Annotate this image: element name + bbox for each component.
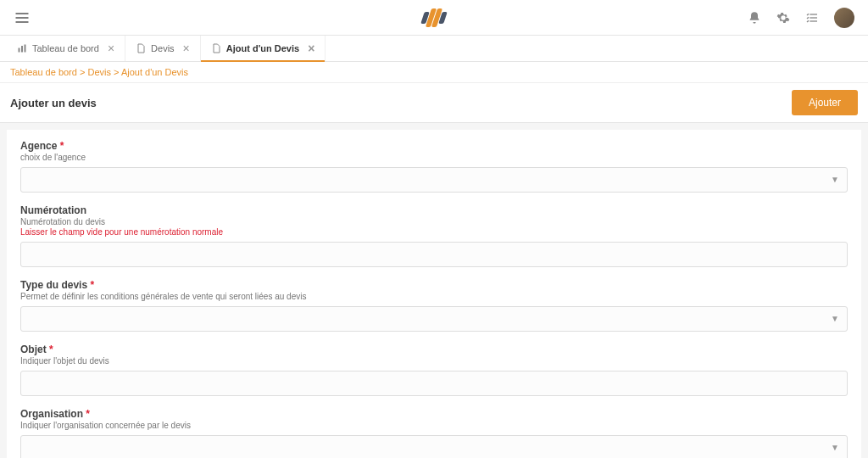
type-select[interactable] <box>20 306 848 332</box>
dashboard-icon <box>17 43 27 53</box>
close-icon[interactable]: × <box>108 42 114 54</box>
organisation-select[interactable] <box>20 435 848 458</box>
svg-rect-6 <box>19 48 20 53</box>
field-type: Type du devis * Permet de définir les co… <box>20 279 848 332</box>
page-title: Ajouter un devis <box>10 97 97 109</box>
field-numerotation: Numérotation Numérotation du devis Laiss… <box>20 204 848 267</box>
field-warn: Laisser le champ vide pour une numérotat… <box>20 227 848 237</box>
tabs-bar: Tableau de bord × Devis × Ajout d'un Dev… <box>0 36 868 62</box>
bell-icon[interactable] <box>748 11 761 25</box>
file-icon <box>136 43 146 53</box>
field-objet: Objet * Indiquer l'objet du devis <box>20 344 848 396</box>
agence-select[interactable] <box>20 167 848 193</box>
objet-input[interactable] <box>20 371 848 396</box>
field-label-text: Type du devis <box>20 279 87 291</box>
field-hint: Permet de définir les conditions général… <box>20 292 848 301</box>
field-hint: choix de l'agence <box>20 153 848 162</box>
tab-ajout-devis[interactable]: Ajout d'un Devis × <box>201 36 326 61</box>
required-mark: * <box>49 344 53 355</box>
numerotation-input[interactable] <box>20 242 848 267</box>
close-icon[interactable]: × <box>308 42 314 54</box>
svg-rect-8 <box>25 45 26 53</box>
close-icon[interactable]: × <box>183 42 190 54</box>
tab-dashboard[interactable]: Tableau de bord × <box>7 36 125 61</box>
required-mark: * <box>60 140 64 152</box>
list-check-icon[interactable] <box>805 11 819 25</box>
svg-rect-7 <box>21 46 23 53</box>
topbar-right <box>748 8 854 28</box>
field-label-text: Agence <box>20 140 57 152</box>
tab-devis[interactable]: Devis × <box>125 36 201 61</box>
tab-label: Ajout d'un Devis <box>226 43 299 53</box>
file-icon <box>211 43 221 53</box>
page-header: Ajouter un devis Ajouter <box>0 83 868 123</box>
breadcrumb-item[interactable]: Tableau de bord <box>10 67 77 77</box>
breadcrumb: Tableau de bord > Devis > Ajout d'un Dev… <box>0 62 868 83</box>
required-mark: * <box>90 279 94 291</box>
topbar <box>0 0 868 36</box>
form-wrapper: Agence * choix de l'agence ▼ Numérotatio… <box>0 123 868 458</box>
breadcrumb-item[interactable]: Devis <box>87 67 111 77</box>
field-label-text: Numérotation <box>20 204 86 216</box>
field-label-text: Objet <box>20 344 47 355</box>
tab-label: Devis <box>151 43 175 53</box>
add-button[interactable]: Ajouter <box>792 90 858 115</box>
form-body: Agence * choix de l'agence ▼ Numérotatio… <box>7 130 861 458</box>
breadcrumb-item[interactable]: Ajout d'un Devis <box>121 67 188 77</box>
logo[interactable] <box>423 8 446 27</box>
avatar[interactable] <box>834 8 854 28</box>
topbar-left <box>14 9 31 26</box>
field-organisation: Organisation * Indiquer l'organisation c… <box>20 408 848 458</box>
required-mark: * <box>86 408 90 420</box>
field-hint: Numérotation du devis <box>20 217 848 226</box>
field-agence: Agence * choix de l'agence ▼ <box>20 140 848 193</box>
menu-icon[interactable] <box>14 9 31 26</box>
field-label-text: Organisation <box>20 408 83 420</box>
gear-icon[interactable] <box>776 11 790 25</box>
field-hint: Indiquer l'objet du devis <box>20 356 848 366</box>
field-hint: Indiquer l'organisation concernée par le… <box>20 421 848 430</box>
tab-label: Tableau de bord <box>32 43 99 53</box>
